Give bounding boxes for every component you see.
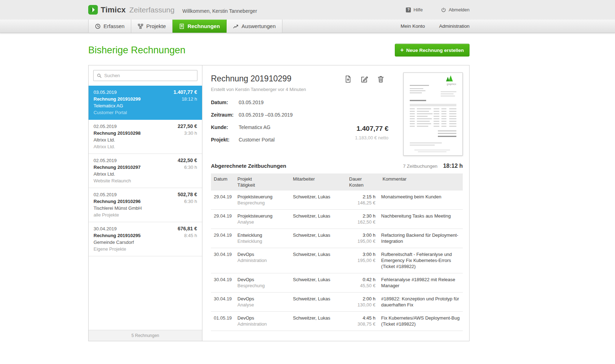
col-header-dauer-kosten: Dauer Kosten — [346, 173, 378, 191]
field-value-projekt: Customer Portal — [239, 136, 275, 143]
tab-label: Auswertungen — [242, 23, 276, 29]
booking-duration: 2:15 h — [349, 194, 376, 200]
booking-duration-cell: 4:45 h 308,75 € — [346, 312, 378, 331]
booking-project: DevOps — [238, 315, 287, 321]
invoice-amount: 502,78 € — [178, 191, 197, 198]
help-link[interactable]: ? Hilfe — [406, 7, 423, 12]
booking-project-cell: Projektsteuerung Analyse — [235, 210, 290, 229]
booking-cost: 45,50 € — [349, 283, 376, 289]
invoice-date: 02.05.2019 — [94, 191, 117, 198]
booking-activity: Administration — [238, 321, 287, 327]
booking-cost: 308,75 € — [349, 321, 376, 327]
booking-comment: Refactoring Backend für Deployment-Integ… — [378, 229, 463, 248]
booking-comment: Rufbereitschaft - Fehleranlyse und Emerg… — [378, 248, 463, 273]
booking-cost: 130,00 € — [349, 302, 376, 308]
invoice-project: Eigene Projekte — [94, 246, 197, 252]
new-invoice-label: Neue Rechnung erstellen — [406, 48, 464, 53]
booking-duration: 2:00 h — [349, 296, 376, 302]
tab-auswertungen[interactable]: Auswertungen — [227, 20, 282, 33]
booking-duration-cell: 3:00 h 195,00 € — [346, 248, 378, 273]
invoice-total-gross: 1.407,77 € — [355, 125, 388, 133]
booking-activity: Besprechung — [238, 283, 287, 289]
invoice-customer: Telematicx AG — [94, 102, 197, 109]
invoice-number: Rechnung 201910296 — [94, 198, 141, 205]
tab-erfassen[interactable]: Erfassen — [88, 20, 131, 33]
invoice-total-net: 1.183,00 € netto — [355, 135, 388, 140]
invoice-detail-panel: Rechnung 201910299 Erstellt von Kerstin … — [202, 65, 469, 341]
invoice-list-item[interactable]: 02.05.2019 502,78 € Rechnung 201910296 6… — [89, 188, 202, 222]
booking-row: 29.04.19 Entwicklung Entwicklung Schweit… — [211, 229, 463, 248]
field-label-datum: Datum: — [211, 99, 239, 106]
invoice-list-item[interactable]: 30.04.2019 676,81 € Rechnung 201910295 8… — [89, 222, 202, 256]
booking-project-cell: DevOps Besprechung — [235, 273, 290, 293]
invoice-list-item[interactable]: 02.05.2019 422,50 € Rechnung 201910297 6… — [89, 154, 202, 188]
tab-rechnungen[interactable]: Rechnungen — [173, 20, 227, 33]
pdf-download-button[interactable] — [344, 75, 352, 83]
invoice-customer: Altrixx Ltd. — [94, 171, 197, 177]
delete-button[interactable] — [377, 75, 385, 83]
booking-duration: 3:00 h — [349, 251, 376, 257]
invoice-hours: 6:30 h — [184, 164, 197, 171]
nav-administration[interactable]: Administration — [439, 23, 470, 29]
edit-button[interactable] — [361, 75, 368, 83]
field-label-projekt: Projekt: — [211, 136, 239, 143]
booking-row: 29.04.19 Projektsteuerung Analyse Schwei… — [211, 210, 463, 229]
booking-duration: 3:00 h — [349, 232, 376, 238]
invoice-date: 30.04.2019 — [94, 225, 117, 232]
search-icon — [97, 73, 102, 78]
chart-icon — [233, 23, 239, 29]
booking-cost: 195,00 € — [349, 257, 376, 263]
pdf-file-icon — [344, 75, 352, 83]
help-icon: ? — [406, 7, 411, 12]
booking-date: 30.04.19 — [211, 293, 235, 312]
brand-name: Timicx — [101, 5, 126, 15]
booking-row: 30.04.19 DevOps Administration Schweitze… — [211, 248, 463, 273]
invoice-date: 02.05.2019 — [94, 157, 117, 164]
edit-pencil-icon — [361, 75, 368, 83]
invoice-amount: 1.407,77 € — [174, 89, 197, 96]
invoice-hours: 8:45 h — [184, 232, 197, 239]
booking-date: 30.04.19 — [211, 248, 235, 273]
invoice-count-footer: 5 Rechnungen — [89, 330, 202, 341]
new-invoice-button[interactable]: + Neue Rechnung erstellen — [395, 44, 470, 57]
booking-row: 29.04.19 Projektsteuerung Besprechung Sc… — [211, 191, 463, 210]
booking-project: Projektsteuerung — [238, 194, 287, 200]
booking-duration-cell: 2:15 h 146,25 € — [346, 191, 378, 210]
nav-mein-konto[interactable]: Mein Konto — [401, 23, 425, 29]
search-input[interactable] — [104, 73, 194, 78]
invoice-list-item[interactable]: 03.05.2019 1.407,77 € Rechnung 201910299… — [89, 86, 202, 120]
invoice-hours: 18:12 h — [182, 96, 197, 102]
booking-duration-cell: 2:00 h 130,00 € — [346, 293, 378, 312]
invoice-list-item[interactable]: 02.05.2019 227,50 € Rechnung 201910298 3… — [89, 120, 202, 154]
hierarchy-icon — [138, 23, 143, 29]
invoice-project: Altrixx Ltd. — [94, 143, 197, 150]
invoice-number: Rechnung 201910295 — [94, 232, 141, 239]
invoice-date: 03.05.2019 — [94, 89, 117, 96]
logout-label: Abmelden — [449, 7, 470, 12]
booking-row: 01.05.19 DevOps Administration Schweitze… — [211, 312, 463, 331]
booking-employee: Schweitzer, Lukas — [290, 229, 346, 248]
plus-icon: + — [401, 47, 404, 53]
booking-comment: Fix Kubernetes/AWS Deployment-Bug (Ticke… — [378, 312, 463, 331]
tab-label: Rechnungen — [187, 23, 220, 29]
booking-date: 29.04.19 — [211, 229, 235, 248]
invoice-date: 02.05.2019 — [94, 123, 117, 130]
page-title: Bisherige Rechnungen — [88, 45, 185, 56]
booking-duration: 2:30 h — [349, 213, 376, 219]
power-icon — [441, 7, 446, 12]
booking-duration-cell: 3:00 h 195,00 € — [346, 229, 378, 248]
invoice-amount: 422,50 € — [178, 157, 197, 164]
invoice-actions — [344, 75, 385, 83]
invoice-preview-thumbnail[interactable]: graphicx — [403, 73, 463, 156]
invoice-customer: Tischlerei Münst GmbH — [94, 205, 197, 212]
booking-project: DevOps — [238, 251, 287, 257]
invoice-total-block: 1.407,77 € 1.183,00 € netto — [355, 125, 388, 140]
booking-activity: Analyse — [238, 219, 287, 225]
booking-duration: 0:42 h — [349, 277, 376, 283]
welcome-text: Willkommen, Kerstin Tanneberger — [182, 6, 257, 14]
logout-link[interactable]: Abmelden — [441, 7, 470, 12]
booking-project: DevOps — [238, 296, 287, 302]
booking-duration-cell: 2:30 h 162,50 € — [346, 210, 378, 229]
tab-projekte[interactable]: Projekte — [131, 20, 173, 33]
invoice-amount: 676,81 € — [178, 225, 197, 232]
